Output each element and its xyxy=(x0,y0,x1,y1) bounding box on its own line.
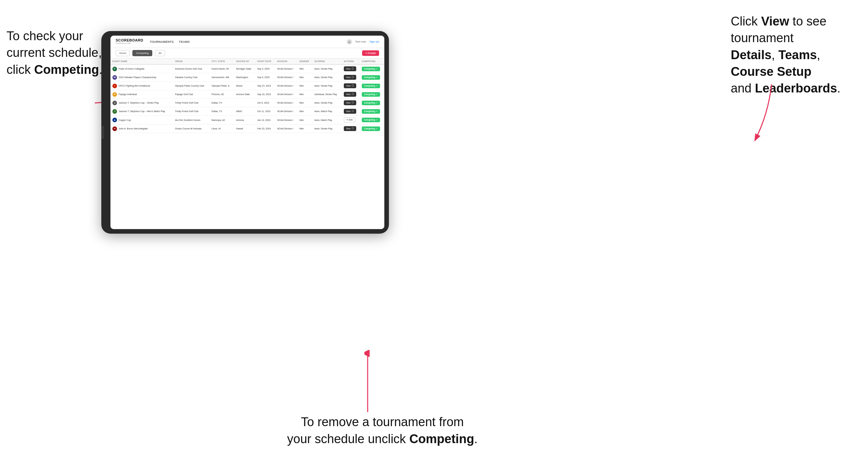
cell-hosted-by: Washington xyxy=(234,73,255,82)
view-button[interactable]: View ⓘ xyxy=(344,92,356,97)
cell-actions: View ⓘ xyxy=(342,64,360,73)
cell-gender: Men xyxy=(298,125,312,133)
toolbar: Home Competing All + Create xyxy=(111,48,384,59)
cell-hosted-by: Arizona xyxy=(234,116,255,125)
cell-city-state: Olympia Fields, IL xyxy=(210,82,234,90)
cell-division: NCAA Division I xyxy=(275,125,298,133)
cell-scoring: team, Stroke Play xyxy=(312,99,342,107)
event-name-text: OFCC Fighting Illini Invitational xyxy=(119,85,150,87)
annotation-tr-details: Details xyxy=(731,48,772,62)
cell-hosted-by xyxy=(234,99,255,107)
competing-badge[interactable]: Competing ✓ xyxy=(362,84,380,88)
table-row: F Folds of Honor Collegiate American Dun… xyxy=(111,64,384,73)
cell-division: NCAA Division I xyxy=(275,90,298,99)
cell-event-name: I OFCC Fighting Illini Invitational xyxy=(111,82,173,90)
cell-competing: Competing ✓ xyxy=(360,73,384,82)
cell-city-state: Dallas, TX xyxy=(210,107,234,116)
col-scoring: SCORING xyxy=(312,59,342,64)
cell-start-date: Jan 14, 2024 xyxy=(255,116,275,125)
cell-division: NCAA Division I xyxy=(275,73,298,82)
cell-city-state: Lihue, HI xyxy=(210,125,234,133)
cell-actions: View ⓘ xyxy=(342,107,360,116)
cell-start-date: Sep 15, 2023 xyxy=(255,82,275,90)
tournaments-table-container: EVENT NAME VENUE CITY, STATE HOSTED BY S… xyxy=(111,59,384,229)
cell-actions: View ⓘ xyxy=(342,99,360,107)
col-division: DIVISION xyxy=(275,59,298,64)
tab-home[interactable]: Home xyxy=(116,50,130,56)
nav-teams[interactable]: TEAMS xyxy=(179,39,190,45)
cell-hosted-by: Illinois xyxy=(234,82,255,90)
cell-scoring: team, Match Play xyxy=(312,107,342,116)
annotation-tr-comma1: , xyxy=(772,48,778,62)
cell-event-name: F Folds of Honor Collegiate xyxy=(111,64,173,73)
cell-actions: View ⓘ xyxy=(342,125,360,133)
tab-all[interactable]: All xyxy=(155,50,165,56)
cell-scoring: team, Stroke Play xyxy=(312,73,342,82)
competing-badge[interactable]: Competing ✓ xyxy=(362,67,380,71)
cell-event-name: J Jackson T. Stephens Cup – Stroke Play xyxy=(111,99,173,107)
event-name-text: Folds of Honor Collegiate xyxy=(119,68,145,70)
cell-venue: Trinity Forest Golf Club xyxy=(173,107,210,116)
user-text: Test User xyxy=(355,40,366,43)
view-button[interactable]: View ⓘ xyxy=(344,100,356,105)
cell-scoring: team, Stroke Play xyxy=(312,125,342,133)
cell-scoring: individual, Stroke Play xyxy=(312,90,342,99)
event-name-text: Papago Individual xyxy=(119,93,137,95)
tab-competing[interactable]: Competing xyxy=(132,50,152,56)
cell-event-name: J Jackson T. Stephens Cup – Men's Match … xyxy=(111,107,173,116)
annotation-tr-tournament: tournament xyxy=(731,31,794,45)
col-hosted-by: HOSTED BY xyxy=(234,59,255,64)
view-button[interactable]: View ⓘ xyxy=(344,75,356,80)
annotation-line2: current schedule, xyxy=(6,46,102,60)
signout-link[interactable]: Sign out xyxy=(370,40,379,43)
competing-badge[interactable]: Competing ✓ xyxy=(362,75,380,80)
event-name-text: 2023 Sahalee Players Championship xyxy=(119,76,156,79)
annotation-bottom-period: . xyxy=(474,432,478,446)
cell-actions: View ⓘ xyxy=(342,82,360,90)
competing-badge[interactable]: Competing ✓ xyxy=(362,101,380,105)
cell-venue: Olympia Fields Country Club xyxy=(173,82,210,90)
cell-gender: Men xyxy=(298,107,312,116)
competing-badge[interactable]: Competing ✓ xyxy=(362,92,380,97)
cell-venue: Trinity Forest Golf Club xyxy=(173,99,210,107)
view-button[interactable]: View ⓘ xyxy=(344,66,356,71)
cell-scoring: team, Match Play xyxy=(312,116,342,125)
table-row: J Jackson T. Stephens Cup – Stroke Play … xyxy=(111,99,384,107)
cell-venue: Papago Golf Club xyxy=(173,90,210,99)
edit-button[interactable]: ✏ Edit xyxy=(344,117,355,123)
annotation-tr-comma2: , xyxy=(817,48,820,62)
cell-start-date: Sep 18, 2023 xyxy=(255,90,275,99)
create-button[interactable]: + Create xyxy=(362,50,379,56)
annotation-bottom-line2: your schedule unclick xyxy=(287,432,409,446)
cell-gender: Men xyxy=(298,64,312,73)
cell-scoring: team, Stroke Play xyxy=(312,64,342,73)
competing-badge[interactable]: Competing ✓ xyxy=(362,126,380,131)
cell-start-date: Oct 11, 2023 xyxy=(255,107,275,116)
annotation-bottomcenter: To remove a tournament from your schedul… xyxy=(268,414,497,447)
view-button[interactable]: View ⓘ xyxy=(344,109,356,114)
competing-badge[interactable]: Competing ✓ xyxy=(362,109,380,114)
annotation-bottom-competing: Competing xyxy=(409,432,474,446)
annotation-tr-see: to see xyxy=(789,14,827,28)
cell-venue: American Dunes Golf Club xyxy=(173,64,210,73)
view-button[interactable]: View ⓘ xyxy=(344,126,356,131)
scoreboard-logo: SCOREBOARD Powered by clipd xyxy=(116,38,143,44)
nav-tournaments[interactable]: TOURNAMENTS xyxy=(150,39,174,45)
view-button[interactable]: View ⓘ xyxy=(344,83,356,88)
cell-competing: Competing ✓ xyxy=(360,99,384,107)
col-start-date: START DATE xyxy=(255,59,275,64)
tablet-frame: SCOREBOARD Powered by clipd TOURNAMENTS … xyxy=(101,31,389,234)
tablet-screen: SCOREBOARD Powered by clipd TOURNAMENTS … xyxy=(111,36,384,229)
cell-event-name: W 2023 Sahalee Players Championship xyxy=(111,73,173,82)
cell-venue: Ak-Chin Southern Dunes xyxy=(173,116,210,125)
event-name-text: John A. Burns Intercollegiate xyxy=(119,127,148,130)
annotation-tr-teams: Teams xyxy=(778,48,817,62)
table-row: W 2023 Sahalee Players Championship Saha… xyxy=(111,73,384,82)
cell-hosted-by: ABAC xyxy=(234,107,255,116)
cell-competing: Competing ✓ xyxy=(360,82,384,90)
cell-competing: Competing ✓ xyxy=(360,64,384,73)
user-avatar-icon xyxy=(347,39,352,44)
competing-badge[interactable]: Competing ✓ xyxy=(362,118,380,122)
cell-gender: Men xyxy=(298,99,312,107)
annotation-tr-coursesetup: Course Setup xyxy=(731,65,811,79)
